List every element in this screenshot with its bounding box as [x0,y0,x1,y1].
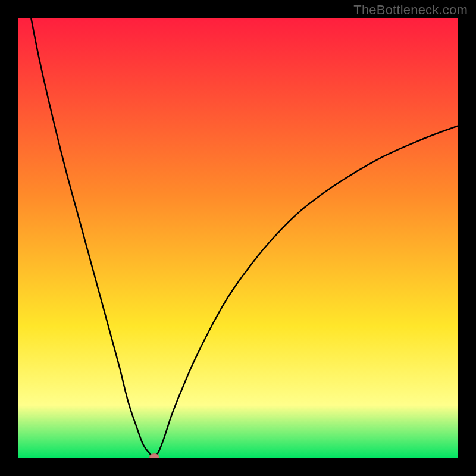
watermark-text: TheBottleneck.com [353,2,468,18]
bottleneck-chart [18,18,458,458]
chart-frame: TheBottleneck.com [0,0,476,476]
optimal-point-marker [149,454,159,458]
plot-area [18,18,458,458]
